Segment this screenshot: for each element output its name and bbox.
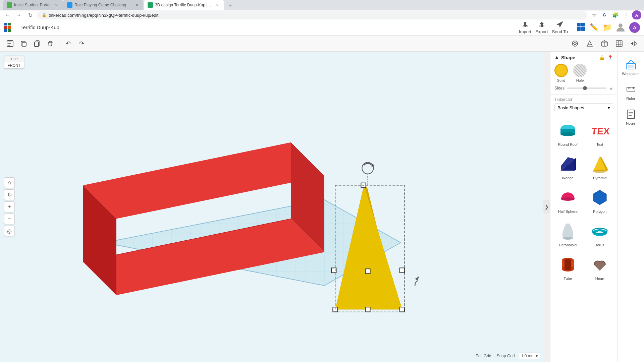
grid-view-icon[interactable] xyxy=(576,22,586,33)
shape-item-heart[interactable]: Heart xyxy=(585,252,615,283)
handle-bc[interactable] xyxy=(365,307,370,312)
extensions-icon[interactable]: 🧩 xyxy=(610,10,620,20)
svg-rect-74 xyxy=(628,65,634,68)
workplane-tool[interactable]: Workplane xyxy=(619,56,643,78)
logo-block-4 xyxy=(8,26,11,29)
snap-grid-label: Snap Grid xyxy=(497,354,515,358)
user-icon[interactable] xyxy=(616,22,625,33)
torus-label: Torus xyxy=(595,243,604,247)
edit-grid-label[interactable]: Edit Grid xyxy=(476,354,491,358)
browser-tab-1[interactable]: Incite Student Portal ✕ xyxy=(3,0,63,10)
tab-title-1: Incite Student Portal xyxy=(14,3,52,7)
forward-button[interactable]: → xyxy=(14,10,23,20)
delete-icon xyxy=(47,40,54,47)
address-bar[interactable]: 🔒 tinkercad.com/things/epqINh3xgQP-terri… xyxy=(37,11,587,19)
chrome-avatar[interactable]: A xyxy=(632,10,641,20)
ruler-tool[interactable]: Ruler xyxy=(619,80,643,103)
refresh-button[interactable]: ↻ xyxy=(25,10,35,20)
grammarly-icon[interactable]: G xyxy=(600,10,609,20)
svg-rect-81 xyxy=(627,110,635,119)
tinkercad-section: Tinkercad Basic Shapes ▾ xyxy=(550,94,617,115)
sides-slider[interactable] xyxy=(567,87,606,89)
solid-circle xyxy=(554,64,568,77)
tinkercad-dropdown-value: Basic Shapes xyxy=(557,105,584,110)
handle-br[interactable] xyxy=(400,307,405,312)
undo-button[interactable]: ↶ xyxy=(62,38,74,50)
notes-tool[interactable]: Notes xyxy=(619,105,643,128)
delete-button[interactable] xyxy=(44,38,56,50)
round-roof-svg xyxy=(558,120,578,140)
avatar-icon[interactable]: A xyxy=(629,22,640,33)
tab-close-1[interactable]: ✕ xyxy=(54,2,59,8)
shape-item-tube[interactable]: Tube xyxy=(553,252,583,283)
shape-item-torus[interactable]: Torus xyxy=(585,218,615,249)
folder-icon[interactable]: 📁 xyxy=(603,23,612,32)
main-toolbar: ↶ ↷ xyxy=(0,36,644,52)
half-sphere-svg xyxy=(558,187,578,207)
perspective-button[interactable] xyxy=(584,38,596,50)
send-to-button[interactable]: Send To xyxy=(552,20,568,34)
browser-chrome: Incite Student Portal ✕ Role Playing Gam… xyxy=(0,0,644,19)
snap-grid-value[interactable]: 1.0 mm ▾ xyxy=(519,353,540,359)
svg-rect-6 xyxy=(577,23,581,26)
shape-item-polygon[interactable]: Polygon xyxy=(585,185,615,216)
polygon-svg xyxy=(590,187,610,207)
view-cube-icon xyxy=(601,40,608,47)
home-view-button[interactable]: ⌂ xyxy=(4,177,15,188)
sides-slider-thumb xyxy=(583,86,587,90)
grid-toggle-button[interactable] xyxy=(613,38,625,50)
export-button[interactable]: Export xyxy=(535,20,548,34)
browser-tab-2[interactable]: Role Playing Game Challenge -... ✕ xyxy=(63,0,144,10)
shape-item-half-sphere[interactable]: Half Sphere xyxy=(553,185,583,216)
tab-close-2[interactable]: ✕ xyxy=(134,2,140,8)
sides-up-arrow[interactable]: ▲ xyxy=(609,86,613,90)
panel-collapse-button[interactable]: ❯ xyxy=(543,200,550,214)
handle-mr[interactable] xyxy=(400,268,405,273)
magnet-shape-icon[interactable]: 📍 xyxy=(607,55,613,60)
more-menu-icon[interactable]: ⋮ xyxy=(621,10,631,20)
mirror-button[interactable] xyxy=(628,38,640,50)
new-tab-button[interactable]: + xyxy=(225,1,235,10)
tinkercad-section-label: Tinkercad xyxy=(554,97,613,102)
shape-item-paraboloid[interactable]: Paraboloid xyxy=(553,218,583,249)
bookmark-icon[interactable]: ☆ xyxy=(589,10,598,20)
sides-row: Sides ▲ xyxy=(554,86,613,90)
solid-label: Solid xyxy=(557,78,565,82)
redo-button[interactable]: ↷ xyxy=(75,38,88,50)
address-text: tinkercad.com/things/epqINh3xgQP-terrifi… xyxy=(49,13,582,18)
back-button[interactable]: ← xyxy=(3,10,12,20)
shape-item-text[interactable]: TEXT Text xyxy=(585,118,615,148)
view-cube-button[interactable] xyxy=(598,38,610,50)
tinkercad-dropdown[interactable]: Basic Shapes ▾ xyxy=(554,103,613,112)
shape-item-round-roof[interactable]: Round Roof xyxy=(553,118,583,148)
torus-svg xyxy=(590,221,610,241)
select-tool-button[interactable] xyxy=(4,38,16,50)
shape-item-pyramid[interactable]: Pyramid xyxy=(585,151,615,182)
fit-view-button[interactable]: ◎ xyxy=(4,226,15,236)
shape-panel-collapse-icon[interactable] xyxy=(554,55,559,60)
hole-option[interactable]: Hole xyxy=(573,64,587,82)
handle-center[interactable] xyxy=(365,269,370,274)
browser-tab-3[interactable]: 3D design Terrific Duup-Kup | Ti... ✕ xyxy=(144,0,224,10)
lock-shape-icon[interactable]: 🔒 xyxy=(599,55,605,60)
view-all-button[interactable] xyxy=(569,38,581,50)
duplicate-button[interactable] xyxy=(17,38,30,50)
rotate-view-button[interactable]: ↻ xyxy=(4,189,15,200)
copy-button[interactable] xyxy=(31,38,43,50)
svg-point-60 xyxy=(561,197,575,201)
zoom-out-button[interactable]: − xyxy=(4,214,15,224)
shape-item-wedge[interactable]: Wedge xyxy=(553,151,583,182)
round-roof-label: Round Roof xyxy=(558,142,578,146)
design-icon[interactable]: ✏️ xyxy=(590,23,599,32)
wedge-thumb xyxy=(557,153,579,175)
svg-marker-49 xyxy=(555,56,558,59)
solid-option[interactable]: Solid xyxy=(554,64,568,82)
zoom-in-button[interactable]: + xyxy=(4,201,15,212)
workplane-label: Workplane xyxy=(622,72,639,76)
browser-toolbar-icons: ☆ G 🧩 ⋮ A xyxy=(589,10,641,20)
tinkercad-dropdown-arrow: ▾ xyxy=(608,105,610,110)
send-to-icon xyxy=(556,20,564,28)
import-button[interactable]: Import xyxy=(519,20,531,34)
canvas-area[interactable]: TOP FRONT ⌂ ↻ + − ◎ xyxy=(0,52,543,362)
tab-close-3[interactable]: ✕ xyxy=(215,2,220,8)
